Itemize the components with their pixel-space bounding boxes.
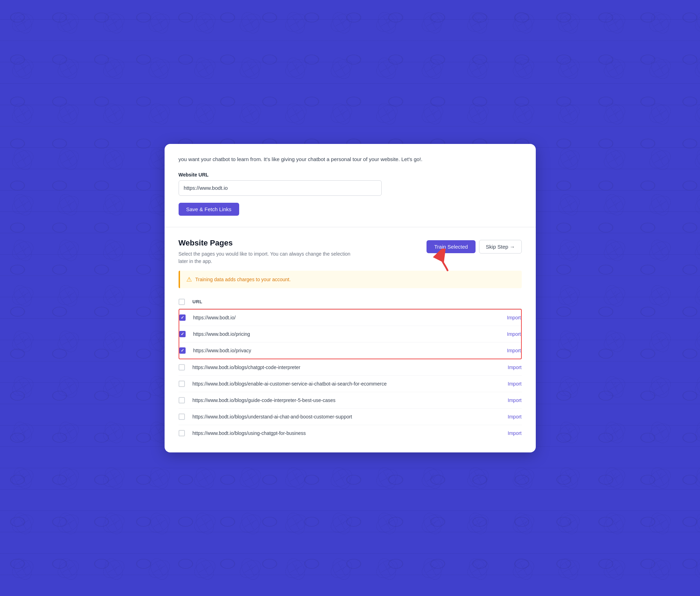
website-pages-section: Website Pages Select the pages you would… <box>165 227 536 452</box>
checkbox-cell <box>179 414 193 420</box>
url-text-6: https://www.bodt.io/blogs/guide-code-int… <box>193 397 494 403</box>
url-text-3: https://www.bodt.io/privacy <box>193 348 493 353</box>
warning-text: Training data adds charges to your accou… <box>195 277 291 282</box>
header-checkbox-cell <box>179 299 193 305</box>
url-input[interactable]: https://www.bodt.io <box>179 180 382 196</box>
top-section: you want your chatbot to learn from. It'… <box>165 144 536 227</box>
row-checkbox-6[interactable] <box>179 397 185 403</box>
row-checkbox-5[interactable] <box>179 381 185 387</box>
import-link-1[interactable]: Import <box>493 315 521 320</box>
checkbox-cell <box>179 430 193 436</box>
skip-step-button[interactable]: Skip Step → <box>479 240 521 254</box>
checkbox-cell <box>179 381 193 387</box>
url-row: https://www.bodt.io/pricing Import <box>179 326 521 342</box>
select-all-checkbox[interactable] <box>179 299 185 305</box>
row-checkbox-3[interactable] <box>179 347 186 354</box>
row-checkbox-2[interactable] <box>179 331 186 337</box>
checkbox-cell <box>179 314 193 321</box>
checked-group: https://www.bodt.io/ Import https://www.… <box>179 309 522 359</box>
url-row: https://www.bodt.io/ Import <box>179 310 521 326</box>
header-buttons: Train Selected Skip Step → <box>427 240 522 254</box>
import-link-7[interactable]: Import <box>494 414 522 420</box>
url-row: https://www.bodt.io/blogs/guide-code-int… <box>179 392 522 409</box>
main-card: you want your chatbot to learn from. It'… <box>165 144 536 452</box>
intro-text: you want your chatbot to learn from. It'… <box>179 155 522 164</box>
section-title: Website Pages <box>179 238 427 248</box>
url-text-2: https://www.bodt.io/pricing <box>193 331 493 337</box>
section-subtitle: Select the pages you would like to impor… <box>179 250 354 265</box>
url-row: https://www.bodt.io/blogs/enable-ai-cust… <box>179 376 522 392</box>
url-row: https://www.bodt.io/blogs/understand-ai-… <box>179 409 522 425</box>
checkbox-cell <box>179 331 193 337</box>
warning-icon: ⚠ <box>186 276 192 283</box>
import-link-4[interactable]: Import <box>494 365 522 370</box>
website-url-label: Website URL <box>179 172 522 178</box>
section-header: Website Pages Select the pages you would… <box>179 238 522 265</box>
row-checkbox-8[interactable] <box>179 430 185 436</box>
checkbox-cell <box>179 364 193 370</box>
warning-banner: ⚠ Training data adds charges to your acc… <box>179 271 522 288</box>
import-link-3[interactable]: Import <box>493 348 521 353</box>
train-selected-button[interactable]: Train Selected <box>427 240 476 253</box>
url-row: https://www.bodt.io/blogs/using-chatgpt-… <box>179 425 522 441</box>
url-table-header: URL <box>179 295 522 309</box>
url-text-4: https://www.bodt.io/blogs/chatgpt-code-i… <box>193 365 494 370</box>
url-text-7: https://www.bodt.io/blogs/understand-ai-… <box>193 414 494 420</box>
url-text-1: https://www.bodt.io/ <box>193 315 493 320</box>
url-column-header: URL <box>193 299 494 304</box>
fetch-links-button[interactable]: Save & Fetch Links <box>179 203 239 216</box>
checkbox-cell <box>179 347 193 354</box>
checkbox-cell <box>179 397 193 403</box>
url-row: https://www.bodt.io/privacy Import <box>179 342 521 359</box>
row-checkbox-1[interactable] <box>179 314 186 321</box>
header-left: Website Pages Select the pages you would… <box>179 238 427 265</box>
row-checkbox-4[interactable] <box>179 364 185 370</box>
url-row: https://www.bodt.io/blogs/chatgpt-code-i… <box>179 359 522 376</box>
import-link-8[interactable]: Import <box>494 430 522 436</box>
url-text-5: https://www.bodt.io/blogs/enable-ai-cust… <box>193 381 494 387</box>
url-text-8: https://www.bodt.io/blogs/using-chatgpt-… <box>193 430 494 436</box>
import-link-6[interactable]: Import <box>494 397 522 403</box>
row-checkbox-7[interactable] <box>179 414 185 420</box>
import-link-2[interactable]: Import <box>493 331 521 337</box>
import-link-5[interactable]: Import <box>494 381 522 387</box>
